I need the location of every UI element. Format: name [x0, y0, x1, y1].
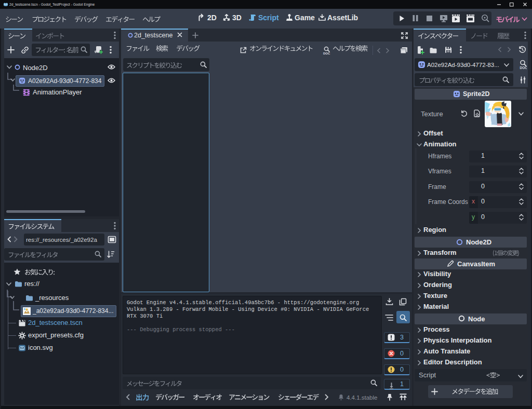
svg-text:DOC: DOC: [323, 52, 330, 55]
svg-text:DOC: DOC: [520, 66, 527, 70]
